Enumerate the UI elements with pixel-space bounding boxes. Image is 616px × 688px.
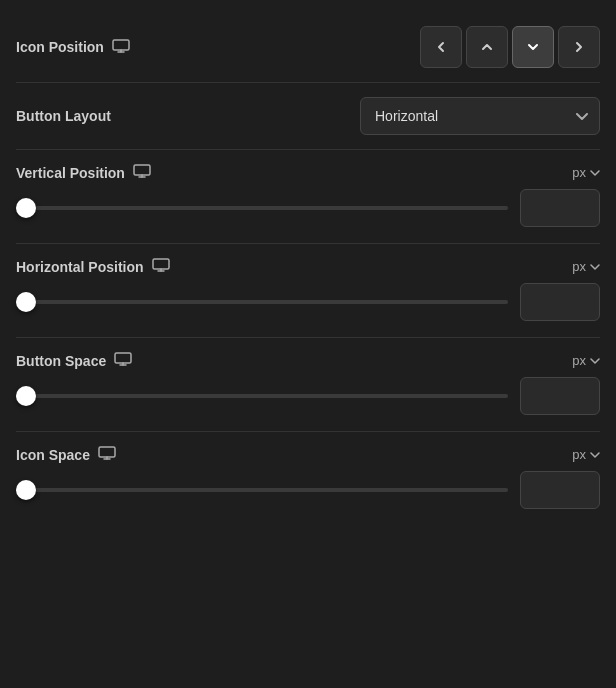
vertical-position-input[interactable] [520,189,600,227]
horizontal-position-input[interactable] [520,283,600,321]
icon-position-text: Icon Position [16,39,104,55]
icon-space-header: Icon Space px [0,442,616,471]
icon-position-right-button[interactable] [558,26,600,68]
horizontal-position-slider-row [0,283,616,321]
icon-space-slider-row [0,471,616,509]
horizontal-position-section: Horizontal Position px [0,248,616,333]
horizontal-position-unit[interactable]: px [572,259,600,274]
button-layout-label: Button Layout [16,108,360,124]
direction-buttons [420,26,600,68]
monitor-icon-icon-space [98,446,116,463]
svg-rect-0 [113,40,129,50]
icon-space-section: Icon Space px [0,436,616,521]
horizontal-position-header: Horizontal Position px [0,254,616,283]
icon-space-label: Icon Space [16,446,572,463]
button-space-unit-text: px [572,353,586,368]
is-unit-chevron-icon [590,452,600,458]
divider-3 [16,243,600,244]
horizontal-position-slider-container [16,290,508,314]
vertical-position-text: Vertical Position [16,165,125,181]
button-space-section: Button Space px [0,342,616,427]
vertical-position-section: Vertical Position px [0,154,616,239]
icon-space-unit[interactable]: px [572,447,600,462]
button-space-slider-container [16,384,508,408]
button-space-unit[interactable]: px [572,353,600,368]
vertical-position-slider-row [0,189,616,227]
svg-rect-3 [115,353,131,363]
divider-1 [16,82,600,83]
vertical-position-unit[interactable]: px [572,165,600,180]
unit-chevron-icon [590,170,600,176]
icon-space-unit-text: px [572,447,586,462]
button-layout-select-wrapper: Horizontal Vertical [360,97,600,135]
icon-space-text: Icon Space [16,447,90,463]
button-layout-row: Button Layout Horizontal Vertical [0,87,616,145]
bs-unit-chevron-icon [590,358,600,364]
button-space-slider-row [0,377,616,415]
divider-4 [16,337,600,338]
monitor-icon [112,39,130,56]
button-space-header: Button Space px [0,348,616,377]
button-space-input[interactable] [520,377,600,415]
icon-space-slider-container [16,478,508,502]
icon-position-up-button[interactable] [466,26,508,68]
icon-space-input[interactable] [520,471,600,509]
icon-position-label: Icon Position [16,39,420,56]
button-space-text: Button Space [16,353,106,369]
button-space-label: Button Space [16,352,572,369]
monitor-icon-vertical [133,164,151,181]
h-unit-chevron-icon [590,264,600,270]
vertical-position-label: Vertical Position [16,164,572,181]
button-layout-select[interactable]: Horizontal Vertical [360,97,600,135]
horizontal-position-label: Horizontal Position [16,258,572,275]
divider-2 [16,149,600,150]
vertical-position-unit-text: px [572,165,586,180]
icon-position-row: Icon Position [0,16,616,78]
horizontal-position-unit-text: px [572,259,586,274]
vertical-position-slider-container [16,196,508,220]
divider-5 [16,431,600,432]
svg-rect-2 [153,259,169,269]
horizontal-position-text: Horizontal Position [16,259,144,275]
monitor-icon-button-space [114,352,132,369]
icon-position-left-button[interactable] [420,26,462,68]
vertical-position-header: Vertical Position px [0,160,616,189]
svg-rect-4 [99,447,115,457]
svg-rect-1 [134,165,150,175]
icon-position-down-button[interactable] [512,26,554,68]
monitor-icon-horizontal [152,258,170,275]
